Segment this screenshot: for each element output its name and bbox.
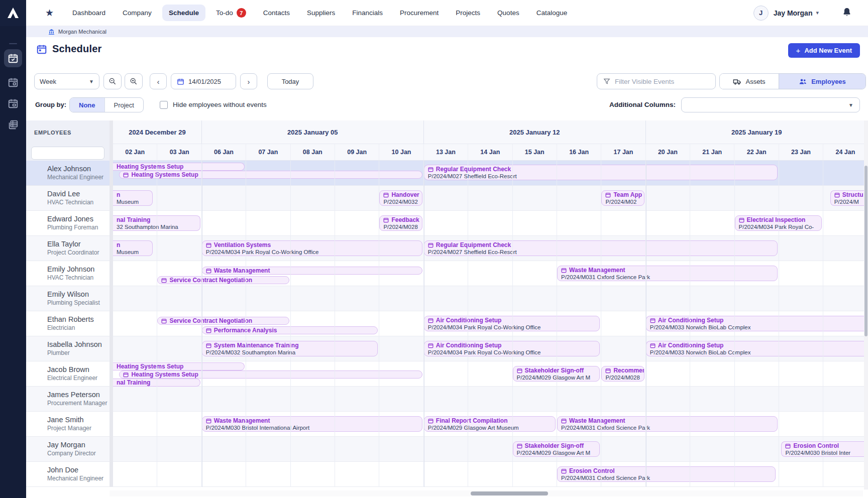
employee-row-jacob-brown[interactable]: Jacob BrownElectrical Engineer xyxy=(26,361,110,387)
breadcrumb-company[interactable]: Morgan Mechanical xyxy=(58,29,106,35)
filter-events-input[interactable]: Filter Visible Events xyxy=(597,73,716,89)
today-button[interactable]: Today xyxy=(267,73,313,89)
event[interactable]: FeedbackP/2024/M028 xyxy=(379,215,422,231)
calendar-row-emily-wilson[interactable] xyxy=(113,286,868,311)
event[interactable]: nMuseum xyxy=(113,190,153,206)
hide-employees-checkbox[interactable] xyxy=(160,101,168,109)
sidebar-item-scheduler[interactable] xyxy=(4,49,22,67)
event[interactable]: nal Training32 Southampton Marina xyxy=(113,215,200,231)
employees-toggle-button[interactable]: Employees xyxy=(779,74,865,89)
event[interactable]: Air Conditioning SetupP/2024/M033 Norwic… xyxy=(646,316,868,331)
calendar-row-edward-jones[interactable]: nal Training32 Southampton MarinaFeedbac… xyxy=(113,211,868,236)
event[interactable]: RecommenP/2024/M028 xyxy=(601,366,644,382)
nav-item-suppliers[interactable]: Suppliers xyxy=(300,5,342,21)
previous-period-button[interactable]: ‹ xyxy=(150,73,167,89)
vertical-scrollbar[interactable] xyxy=(864,120,868,489)
employee-row-ella-taylor[interactable]: Ella TaylorProject Coordinator xyxy=(26,236,110,261)
calendar-row-james-peterson[interactable] xyxy=(113,387,868,412)
user-name[interactable]: Jay Morgan xyxy=(774,9,813,17)
nav-item-dashboard[interactable]: Dashboard xyxy=(66,5,112,21)
calendar-row-alex-johnson[interactable]: Heating Systems SetupHeating Systems Set… xyxy=(113,161,868,186)
app-logo[interactable] xyxy=(0,0,26,26)
nav-item-schedule[interactable]: Schedule xyxy=(162,5,205,21)
employee-row-ethan-roberts[interactable]: Ethan RobertsElectrician xyxy=(26,311,110,336)
nav-item-projects[interactable]: Projects xyxy=(449,5,487,21)
event[interactable]: Team AppP/2024/M02 xyxy=(601,190,644,206)
employee-search-input[interactable] xyxy=(31,147,104,160)
event[interactable]: System Maintenance TrainingP/2024/M032 S… xyxy=(202,341,378,356)
calendar-row-jacob-brown[interactable]: Heating Systems SetupHeating Systems Set… xyxy=(113,361,868,387)
event[interactable]: Stakeholder Sign-offP/2024/M029 Glasgow … xyxy=(513,441,600,457)
event[interactable]: Ventilation SystemsP/2024/M034 Park Roya… xyxy=(202,240,422,256)
nav-item-quotes[interactable]: Quotes xyxy=(491,5,526,21)
group-by-option-project[interactable]: Project xyxy=(104,98,143,112)
employee-row-alex-johnson[interactable]: Alex JohnsonMechanical Engineer xyxy=(26,161,110,186)
event[interactable]: Erosion ControlP/2024/M031 Oxford Scienc… xyxy=(557,466,776,482)
sidebar-item-multi-schedule[interactable] xyxy=(4,115,22,134)
employee-row-edward-jones[interactable]: Edward JonesPlumbing Foreman xyxy=(26,211,110,236)
nav-item-company[interactable]: Company xyxy=(116,5,158,21)
calendar-row-jane-smith[interactable]: Waste ManagementP/2024/M030 Bristol Inte… xyxy=(113,412,868,437)
event[interactable]: Stakeholder Sign-offP/2024/M029 Glasgow … xyxy=(513,366,600,382)
calendar-row-david-lee[interactable]: nMuseumHandoverP/2024/M032Team AppP/2024… xyxy=(113,186,868,211)
nav-item-contacts[interactable]: Contacts xyxy=(257,5,296,21)
panel-resize-handle[interactable] xyxy=(110,120,113,487)
zoom-in-button[interactable] xyxy=(125,73,143,89)
event[interactable]: StructuP/2024/M xyxy=(830,190,868,206)
event[interactable]: Waste Management xyxy=(202,267,422,275)
horizontal-scrollbar[interactable] xyxy=(110,490,863,496)
event[interactable]: Heating Systems Setup xyxy=(113,362,245,370)
calendar-row-ella-taylor[interactable]: nMuseumVentilation SystemsP/2024/M034 Pa… xyxy=(113,236,868,261)
event[interactable]: Regular Equipment CheckP/2024/M027 Sheff… xyxy=(424,240,778,256)
calendar-row-john-doe[interactable]: Erosion ControlP/2024/M031 Oxford Scienc… xyxy=(113,462,868,487)
event[interactable]: Service Contract Negotiation xyxy=(157,317,289,325)
event[interactable]: Final Report CompilationP/2024/M029 Glas… xyxy=(424,416,556,432)
event[interactable]: Air Conditioning SetupP/2024/M034 Park R… xyxy=(424,341,600,356)
event[interactable]: Waste ManagementP/2024/M031 Oxford Scien… xyxy=(557,266,778,281)
event[interactable]: Waste ManagementP/2024/M031 Oxford Scien… xyxy=(557,416,778,432)
event[interactable]: nal Training xyxy=(113,379,200,387)
calendar-row-jay-morgan[interactable]: Stakeholder Sign-offP/2024/M029 Glasgow … xyxy=(113,437,868,462)
notifications-bell-icon[interactable] xyxy=(842,7,852,19)
sidebar-item-calendar-month[interactable] xyxy=(4,94,22,112)
employee-row-emily-johnson[interactable]: Emily JohnsonHVAC Technician xyxy=(26,261,110,286)
event[interactable]: nMuseum xyxy=(113,240,153,256)
event[interactable]: Air Conditioning SetupP/2024/M034 Park R… xyxy=(424,316,600,331)
event[interactable]: Erosion ControlP/2024/M030 Bristol Inter xyxy=(781,441,867,457)
calendar-row-ethan-roberts[interactable]: Service Contract NegotiationPerformance … xyxy=(113,311,868,336)
nav-item-procurement[interactable]: Procurement xyxy=(393,5,445,21)
nav-item-financials[interactable]: Financials xyxy=(346,5,389,21)
vertical-scrollbar-thumb[interactable] xyxy=(864,166,867,336)
event[interactable]: Heating Systems Setup xyxy=(119,171,422,179)
favorite-star-icon[interactable]: ★ xyxy=(45,8,54,18)
calendar-row-isabella-johnson[interactable]: System Maintenance TrainingP/2024/M032 S… xyxy=(113,336,868,361)
chevron-down-icon[interactable]: ▾ xyxy=(816,10,819,16)
group-by-option-none[interactable]: None xyxy=(70,98,104,112)
horizontal-scrollbar-thumb[interactable] xyxy=(471,491,548,495)
hide-employees-label[interactable]: Hide employees without events xyxy=(173,97,267,112)
event[interactable]: Air Conditioning SetupP/2024/M033 Norwic… xyxy=(646,341,868,356)
event[interactable]: Service Contract Negotiation xyxy=(157,276,289,284)
event[interactable]: Heating Systems Setup xyxy=(119,370,422,379)
sidebar-item-calendar-day[interactable] xyxy=(4,73,22,91)
event[interactable]: Performance Analysis xyxy=(202,326,378,334)
employee-row-emily-wilson[interactable]: Emily WilsonPlumbing Specialist xyxy=(26,286,110,311)
event[interactable]: Regular Equipment CheckP/2024/M027 Sheff… xyxy=(424,165,778,180)
date-picker[interactable]: 14/01/2025 xyxy=(171,73,236,89)
nav-item-to-do[interactable]: To-do7 xyxy=(209,4,253,22)
employee-row-john-doe[interactable]: John DoeMechanical Engineer xyxy=(26,462,110,487)
avatar[interactable]: J xyxy=(753,6,769,21)
nav-item-catalogue[interactable]: Catalogue xyxy=(530,5,574,21)
view-mode-select[interactable]: Week▼ xyxy=(34,73,99,89)
employee-row-david-lee[interactable]: David LeeHVAC Technician xyxy=(26,186,110,211)
zoom-out-button[interactable] xyxy=(103,73,122,89)
employee-row-james-peterson[interactable]: James PetersonProcurement Manager xyxy=(26,387,110,412)
employee-row-isabella-johnson[interactable]: Isabella JohnsonPlumber xyxy=(26,336,110,361)
employee-row-jay-morgan[interactable]: Jay MorganCompany Director xyxy=(26,437,110,462)
employee-row-jane-smith[interactable]: Jane SmithProject Manager xyxy=(26,412,110,437)
event[interactable]: Electrical InspectionP/2024/M034 Park Ro… xyxy=(735,215,822,231)
event[interactable]: Waste ManagementP/2024/M030 Bristol Inte… xyxy=(202,416,422,432)
calendar-row-emily-johnson[interactable]: Waste ManagementService Contract Negotia… xyxy=(113,261,868,286)
add-new-event-button[interactable]: + Add New Event xyxy=(788,43,860,58)
event[interactable]: HandoverP/2024/M032 xyxy=(379,190,422,206)
